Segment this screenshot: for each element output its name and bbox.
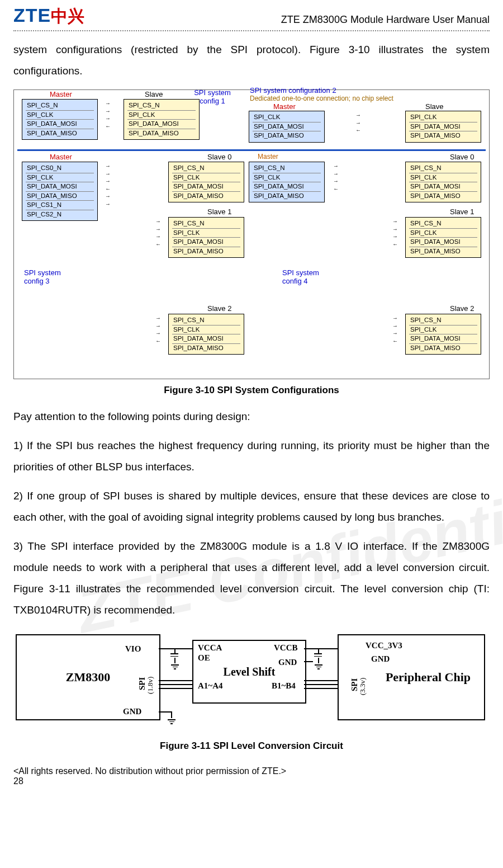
label-master: Master bbox=[50, 90, 72, 98]
pin-label: SPI_DATA_MOSI bbox=[253, 182, 321, 191]
pin-label: SPI_DATA_MISO bbox=[172, 191, 240, 201]
pin-label: SPI_DATA_MOSI bbox=[409, 237, 477, 247]
footer-rights: <All rights reserved. No distribution wi… bbox=[13, 766, 490, 776]
label-1-8v: (1.8v) bbox=[146, 677, 155, 694]
pin-label: SPI_CLK bbox=[409, 173, 477, 182]
cfg2-master-box: SPI_CLK SPI_DATA_MOSI SPI_DATA_MISO bbox=[249, 111, 325, 143]
pin-label: SPI_DATA_MOSI bbox=[172, 237, 240, 247]
label-master: Master bbox=[258, 153, 278, 161]
pin-label: SPI_CLK bbox=[26, 110, 94, 120]
arrow-icon: →→→←→→ bbox=[97, 163, 119, 207]
cfg3-master-box: SPI_CS0_N SPI_CLK SPI_DATA_MOSI SPI_DATA… bbox=[22, 162, 98, 221]
design-point-3: 3) The SPI interface provided by the ZM8… bbox=[13, 536, 490, 621]
label-slave0: Slave 0 bbox=[450, 153, 474, 161]
label-config4: SPI system config 4 bbox=[282, 269, 333, 286]
pin-label: SPI_DATA_MISO bbox=[253, 131, 321, 140]
label-slave1: Slave 1 bbox=[207, 207, 231, 216]
label-3-3v: (3.3v) bbox=[358, 678, 367, 695]
arrow-icon: →→→← bbox=[384, 219, 406, 247]
pin-label: SPI_DATA_MOSI bbox=[409, 122, 477, 131]
figure-3-10-spi-configs: Master Slave SPI system config 1 SPI sys… bbox=[13, 89, 490, 379]
zte-logo: ZTE中兴 bbox=[13, 4, 84, 28]
pin-label: SPI_DATA_MOSI bbox=[409, 334, 477, 343]
pin-label: SPI_CS_N bbox=[172, 164, 240, 173]
pin-label: SPI_DATA_MOSI bbox=[127, 119, 196, 129]
pin-label: SPI_CLK bbox=[172, 325, 240, 334]
cfg4-slave2-box: SPI_CS_N SPI_CLK SPI_DATA_MOSI SPI_DATA_… bbox=[405, 314, 481, 355]
cfg4-slave1-box: SPI_CS_N SPI_CLK SPI_DATA_MOSI SPI_DATA_… bbox=[405, 217, 481, 258]
label-master: Master bbox=[273, 102, 296, 111]
document-title: ZTE ZM8300G Module Hardware User Manual bbox=[281, 14, 490, 28]
peripheral-chip-label: Peripheral Chip bbox=[386, 671, 471, 684]
pin-label: SPI_DATA_MISO bbox=[26, 191, 94, 201]
pin-label: SPI_DATA_MISO bbox=[409, 343, 477, 353]
level-shift-label: Level Shift bbox=[224, 666, 276, 678]
cfg3-slave1-box: SPI_CS_N SPI_CLK SPI_DATA_MOSI SPI_DATA_… bbox=[168, 217, 244, 258]
design-point-1: 1) If the SPI bus reaches the highest fr… bbox=[13, 435, 490, 478]
wire bbox=[159, 711, 171, 713]
wire bbox=[159, 648, 192, 649]
cfg3-slave0-box: SPI_CS_N SPI_CLK SPI_DATA_MOSI SPI_DATA_… bbox=[168, 162, 244, 202]
header-divider bbox=[13, 30, 490, 31]
label-slave1: Slave 1 bbox=[450, 207, 474, 216]
pin-label: SPI_CLK bbox=[409, 325, 477, 334]
label-gnd: GND bbox=[371, 654, 390, 664]
cfg1-master-box: SPI_CS_N SPI_CLK SPI_DATA_MOSI SPI_DATA_… bbox=[22, 99, 98, 140]
pin-label: SPI_CS_N bbox=[172, 219, 240, 228]
pin-label: SPI_CS_N bbox=[409, 164, 477, 173]
pin-label: SPI_CS_N bbox=[253, 164, 321, 173]
label-gnd: GND bbox=[123, 707, 141, 716]
label-config3: SPI system config 3 bbox=[24, 269, 74, 286]
label-vcc3v3: VCC_3V3 bbox=[366, 641, 402, 650]
figure-3-10-caption: Figure 3-10 SPI System Configurations bbox=[13, 385, 490, 396]
wire bbox=[159, 680, 192, 681]
label-vcca: VCCA bbox=[198, 643, 222, 653]
label-a1a4: A1~A4 bbox=[198, 681, 222, 691]
pin-label: SPI_CLK bbox=[172, 173, 240, 182]
pin-label: SPI_DATA_MISO bbox=[26, 129, 94, 138]
arrow-icon: →→→← bbox=[384, 315, 406, 344]
zm8300-label: ZM8300 bbox=[66, 670, 110, 685]
pin-label: SPI_DATA_MISO bbox=[172, 343, 240, 353]
pin-label: SPI_CLK bbox=[127, 110, 196, 120]
page-header: ZTE中兴 ZTE ZM8300G Module Hardware User M… bbox=[13, 0, 490, 28]
label-b1b4: B1~B4 bbox=[272, 681, 296, 691]
arrow-icon: →→→← bbox=[147, 219, 169, 247]
pin-label: SPI_CS_N bbox=[26, 101, 94, 110]
cfg3-slave2-box: SPI_CS_N SPI_CLK SPI_DATA_MOSI SPI_DATA_… bbox=[168, 314, 244, 355]
section-divider bbox=[17, 149, 486, 151]
label-slave0: Slave 0 bbox=[207, 153, 231, 161]
pin-label: SPI_CS_N bbox=[127, 101, 196, 110]
logo-cn: 中兴 bbox=[51, 7, 84, 25]
wire bbox=[174, 658, 175, 663]
figure-3-11-caption: Figure 3-11 SPI Level Conversion Circuit bbox=[13, 740, 490, 752]
ground-icon bbox=[170, 663, 179, 669]
cfg4-master-box: SPI_CS_N SPI_CLK SPI_DATA_MOSI SPI_DATA_… bbox=[249, 162, 325, 202]
label-slave2: Slave 2 bbox=[450, 304, 474, 313]
label-config2-line1: SPI system configuration 2 bbox=[250, 87, 336, 95]
pin-label: SPI_DATA_MISO bbox=[172, 247, 240, 256]
figure-3-11-level-conversion: ZM8300 VIO SPI (1.8v) GND Level Shift VC… bbox=[13, 629, 490, 735]
footer-page-number: 28 bbox=[13, 776, 490, 786]
cfg2-slave-box: SPI_CLK SPI_DATA_MOSI SPI_DATA_MISO bbox=[405, 111, 481, 143]
pin-label: SPI_DATA_MOSI bbox=[172, 334, 240, 343]
arrow-icon: →→← bbox=[347, 112, 369, 133]
cfg1-slave-box: SPI_CS_N SPI_CLK SPI_DATA_MOSI SPI_DATA_… bbox=[124, 99, 200, 140]
pin-label: SPI_CLK bbox=[172, 228, 240, 238]
wire bbox=[318, 648, 319, 653]
pin-label: SPI_DATA_MOSI bbox=[26, 182, 94, 191]
pin-label: SPI_DATA_MOSI bbox=[172, 182, 240, 191]
wire bbox=[171, 711, 172, 718]
pin-label: SPI_CLK bbox=[26, 173, 94, 182]
pin-label: SPI_CS_N bbox=[409, 219, 477, 228]
design-point-2: 2) If one group of SPI buses is shared b… bbox=[13, 485, 490, 528]
label-slave2: Slave 2 bbox=[207, 304, 231, 313]
pin-label: SPI_CLK bbox=[409, 228, 477, 238]
pin-label: SPI_DATA_MISO bbox=[409, 191, 477, 201]
wire bbox=[174, 648, 175, 653]
label-config2-line2: Dedicated one-to-one connection; no chip… bbox=[250, 95, 393, 103]
arrow-icon: →→→← bbox=[97, 101, 119, 129]
pin-label: SPI_DATA_MOSI bbox=[26, 119, 94, 129]
pin-label: SPI_DATA_MISO bbox=[127, 129, 196, 138]
label-oe: OE bbox=[198, 653, 210, 663]
